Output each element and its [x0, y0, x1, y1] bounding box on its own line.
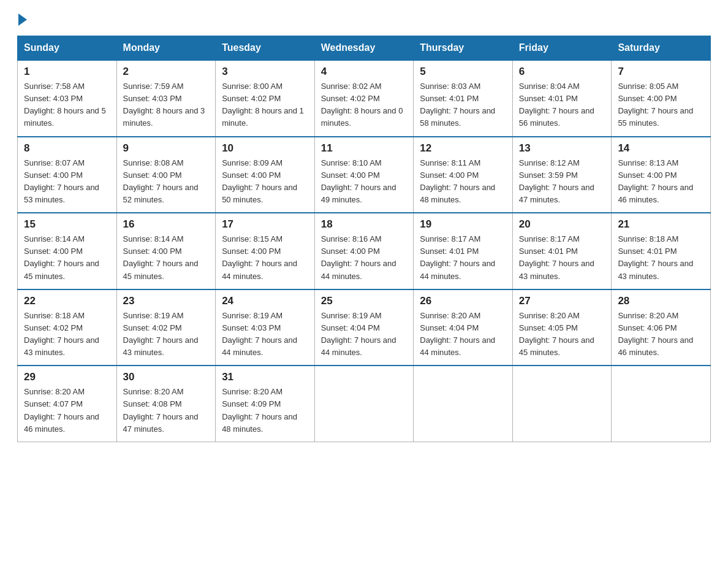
calendar-cell: 23 Sunrise: 8:19 AMSunset: 4:02 PMDaylig…	[116, 289, 216, 366]
day-info: Sunrise: 8:12 AMSunset: 3:59 PMDaylight:…	[519, 158, 594, 204]
calendar-cell: 6 Sunrise: 8:04 AMSunset: 4:01 PMDayligh…	[512, 60, 612, 137]
calendar-cell: 14 Sunrise: 8:13 AMSunset: 4:00 PMDaylig…	[612, 137, 711, 213]
day-number: 5	[420, 66, 506, 78]
day-info: Sunrise: 8:20 AMSunset: 4:07 PMDaylight:…	[24, 387, 99, 433]
day-info: Sunrise: 8:00 AMSunset: 4:02 PMDaylight:…	[222, 82, 304, 128]
logo-arrow-icon	[18, 13, 27, 26]
day-number: 17	[222, 218, 308, 231]
page-header	[17, 15, 711, 26]
day-info: Sunrise: 8:20 AMSunset: 4:06 PMDaylight:…	[618, 311, 693, 357]
calendar-cell: 2 Sunrise: 7:59 AMSunset: 4:03 PMDayligh…	[116, 60, 216, 137]
calendar-table: SundayMondayTuesdayWednesdayThursdayFrid…	[17, 36, 711, 442]
calendar-week-row: 22 Sunrise: 8:18 AMSunset: 4:02 PMDaylig…	[18, 289, 711, 366]
day-info: Sunrise: 8:16 AMSunset: 4:00 PMDaylight:…	[321, 234, 396, 280]
day-info: Sunrise: 7:58 AMSunset: 4:03 PMDaylight:…	[24, 82, 106, 128]
header-friday: Friday	[512, 36, 612, 61]
day-number: 4	[321, 66, 408, 78]
day-info: Sunrise: 8:17 AMSunset: 4:01 PMDaylight:…	[420, 234, 495, 280]
calendar-cell: 20 Sunrise: 8:17 AMSunset: 4:01 PMDaylig…	[512, 213, 612, 289]
calendar-cell	[612, 366, 711, 442]
day-info: Sunrise: 8:18 AMSunset: 4:02 PMDaylight:…	[24, 311, 99, 357]
header-tuesday: Tuesday	[216, 36, 315, 61]
day-number: 3	[222, 66, 308, 78]
calendar-cell: 26 Sunrise: 8:20 AMSunset: 4:04 PMDaylig…	[414, 289, 513, 366]
day-number: 9	[123, 142, 210, 155]
calendar-week-row: 15 Sunrise: 8:14 AMSunset: 4:00 PMDaylig…	[18, 213, 711, 289]
calendar-cell: 10 Sunrise: 8:09 AMSunset: 4:00 PMDaylig…	[216, 137, 315, 213]
calendar-cell: 27 Sunrise: 8:20 AMSunset: 4:05 PMDaylig…	[512, 289, 612, 366]
calendar-cell: 31 Sunrise: 8:20 AMSunset: 4:09 PMDaylig…	[216, 366, 315, 442]
day-number: 16	[123, 218, 210, 231]
day-info: Sunrise: 8:04 AMSunset: 4:01 PMDaylight:…	[519, 82, 594, 128]
header-sunday: Sunday	[18, 36, 117, 61]
calendar-cell	[314, 366, 414, 442]
calendar-cell: 5 Sunrise: 8:03 AMSunset: 4:01 PMDayligh…	[414, 60, 513, 137]
calendar-cell: 21 Sunrise: 8:18 AMSunset: 4:01 PMDaylig…	[612, 213, 711, 289]
day-number: 30	[123, 371, 210, 383]
calendar-cell: 7 Sunrise: 8:05 AMSunset: 4:00 PMDayligh…	[612, 60, 711, 137]
calendar-cell: 4 Sunrise: 8:02 AMSunset: 4:02 PMDayligh…	[314, 60, 414, 137]
day-number: 22	[24, 295, 110, 307]
calendar-cell: 28 Sunrise: 8:20 AMSunset: 4:06 PMDaylig…	[612, 289, 711, 366]
day-info: Sunrise: 8:19 AMSunset: 4:02 PMDaylight:…	[123, 311, 199, 357]
calendar-header-row: SundayMondayTuesdayWednesdayThursdayFrid…	[18, 36, 711, 61]
day-number: 18	[321, 218, 408, 231]
day-info: Sunrise: 7:59 AMSunset: 4:03 PMDaylight:…	[123, 82, 205, 128]
day-info: Sunrise: 8:15 AMSunset: 4:00 PMDaylight:…	[222, 234, 297, 280]
logo	[17, 15, 27, 26]
calendar-cell: 3 Sunrise: 8:00 AMSunset: 4:02 PMDayligh…	[216, 60, 315, 137]
day-info: Sunrise: 8:20 AMSunset: 4:05 PMDaylight:…	[519, 311, 594, 357]
calendar-cell: 11 Sunrise: 8:10 AMSunset: 4:00 PMDaylig…	[314, 137, 414, 213]
calendar-cell: 16 Sunrise: 8:14 AMSunset: 4:00 PMDaylig…	[116, 213, 216, 289]
header-thursday: Thursday	[414, 36, 513, 61]
header-monday: Monday	[116, 36, 216, 61]
day-number: 21	[618, 218, 704, 231]
calendar-cell: 19 Sunrise: 8:17 AMSunset: 4:01 PMDaylig…	[414, 213, 513, 289]
day-number: 26	[420, 295, 506, 307]
day-info: Sunrise: 8:19 AMSunset: 4:04 PMDaylight:…	[321, 311, 396, 357]
calendar-week-row: 1 Sunrise: 7:58 AMSunset: 4:03 PMDayligh…	[18, 60, 711, 137]
day-info: Sunrise: 8:03 AMSunset: 4:01 PMDaylight:…	[420, 82, 495, 128]
day-number: 10	[222, 142, 308, 155]
calendar-cell: 17 Sunrise: 8:15 AMSunset: 4:00 PMDaylig…	[216, 213, 315, 289]
day-info: Sunrise: 8:20 AMSunset: 4:09 PMDaylight:…	[222, 387, 297, 433]
calendar-cell: 15 Sunrise: 8:14 AMSunset: 4:00 PMDaylig…	[18, 213, 117, 289]
day-number: 23	[123, 295, 210, 307]
day-number: 15	[24, 218, 110, 231]
day-number: 27	[519, 295, 605, 307]
day-info: Sunrise: 8:14 AMSunset: 4:00 PMDaylight:…	[24, 234, 99, 280]
header-saturday: Saturday	[612, 36, 711, 61]
day-info: Sunrise: 8:05 AMSunset: 4:00 PMDaylight:…	[618, 82, 693, 128]
calendar-cell	[512, 366, 612, 442]
calendar-cell: 9 Sunrise: 8:08 AMSunset: 4:00 PMDayligh…	[116, 137, 216, 213]
day-info: Sunrise: 8:02 AMSunset: 4:02 PMDaylight:…	[321, 82, 403, 128]
day-info: Sunrise: 8:09 AMSunset: 4:00 PMDaylight:…	[222, 158, 297, 204]
day-number: 20	[519, 218, 605, 231]
calendar-cell: 24 Sunrise: 8:19 AMSunset: 4:03 PMDaylig…	[216, 289, 315, 366]
day-number: 7	[618, 66, 704, 78]
day-number: 14	[618, 142, 704, 155]
day-info: Sunrise: 8:17 AMSunset: 4:01 PMDaylight:…	[519, 234, 594, 280]
calendar-cell: 18 Sunrise: 8:16 AMSunset: 4:00 PMDaylig…	[314, 213, 414, 289]
day-info: Sunrise: 8:07 AMSunset: 4:00 PMDaylight:…	[24, 158, 99, 204]
day-number: 19	[420, 218, 506, 231]
calendar-cell: 8 Sunrise: 8:07 AMSunset: 4:00 PMDayligh…	[18, 137, 117, 213]
day-info: Sunrise: 8:20 AMSunset: 4:04 PMDaylight:…	[420, 311, 495, 357]
day-info: Sunrise: 8:18 AMSunset: 4:01 PMDaylight:…	[618, 234, 693, 280]
calendar-cell	[414, 366, 513, 442]
calendar-cell: 29 Sunrise: 8:20 AMSunset: 4:07 PMDaylig…	[18, 366, 117, 442]
day-number: 29	[24, 371, 110, 383]
day-info: Sunrise: 8:19 AMSunset: 4:03 PMDaylight:…	[222, 311, 297, 357]
calendar-cell: 1 Sunrise: 7:58 AMSunset: 4:03 PMDayligh…	[18, 60, 117, 137]
day-info: Sunrise: 8:08 AMSunset: 4:00 PMDaylight:…	[123, 158, 199, 204]
day-number: 2	[123, 66, 210, 78]
day-number: 31	[222, 371, 308, 383]
day-info: Sunrise: 8:14 AMSunset: 4:00 PMDaylight:…	[123, 234, 199, 280]
day-number: 24	[222, 295, 308, 307]
day-info: Sunrise: 8:20 AMSunset: 4:08 PMDaylight:…	[123, 387, 199, 433]
calendar-cell: 25 Sunrise: 8:19 AMSunset: 4:04 PMDaylig…	[314, 289, 414, 366]
calendar-cell: 13 Sunrise: 8:12 AMSunset: 3:59 PMDaylig…	[512, 137, 612, 213]
calendar-cell: 12 Sunrise: 8:11 AMSunset: 4:00 PMDaylig…	[414, 137, 513, 213]
day-number: 6	[519, 66, 605, 78]
day-number: 25	[321, 295, 408, 307]
